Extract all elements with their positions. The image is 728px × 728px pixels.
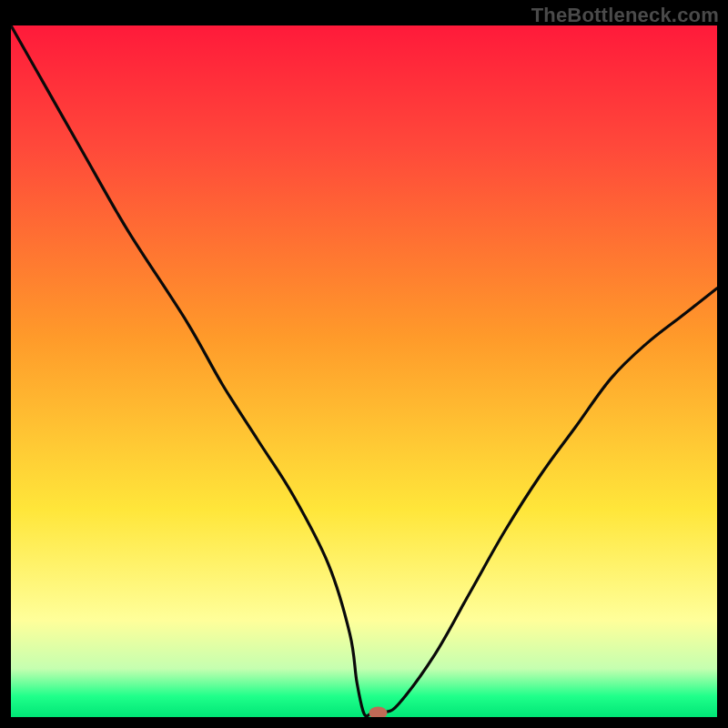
plot-area [11,25,717,717]
chart-frame: TheBottleneck.com [0,0,728,728]
background-gradient [11,25,717,717]
watermark-text: TheBottleneck.com [531,4,719,27]
chart-svg [11,25,717,717]
